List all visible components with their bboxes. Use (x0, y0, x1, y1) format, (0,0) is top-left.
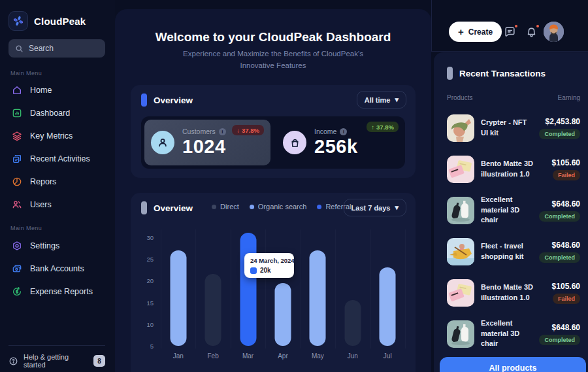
brand[interactable]: CloudPeak (8, 11, 86, 31)
bar-chart: 30 25 20 15 10 5 (141, 229, 405, 364)
stat-label: Income (314, 127, 336, 135)
sidebar-item-users[interactable]: Users (0, 193, 115, 216)
sidebar-item-repors[interactable]: Repors (0, 170, 115, 193)
transaction-row[interactable]: Bento Matte 3D illustration 1.0 $105.60F… (447, 148, 580, 190)
bar-apr[interactable] (274, 283, 291, 346)
card-title: Overview (154, 95, 193, 105)
users-icon (12, 199, 22, 210)
customers-delta-badge: ↓37.8% (232, 125, 264, 135)
bar-jan[interactable] (170, 250, 186, 346)
overview-stats-card: Overview All time ▾ Customersi 1024 ↓37.… (131, 85, 416, 178)
x-tick-label: Jul (370, 352, 405, 360)
main-menu-primary: Home Dashboard Key Metrics Recent Activi… (0, 78, 115, 216)
main-content: Welcome to your CloudPeak Dashboard Expe… (115, 9, 431, 372)
sidebar-item-bank-accounts[interactable]: Bank Accounts (0, 257, 115, 280)
card-accent-pill (141, 201, 147, 214)
tooltip-date: 24 March, 2024 (250, 257, 288, 264)
transaction-row[interactable]: Excellent material 3D chair $648.60Compl… (447, 190, 580, 231)
bar-jun[interactable] (344, 300, 361, 346)
product-thumbnail-brand-cards (447, 279, 474, 307)
product-amount: $105.60 (552, 282, 580, 291)
plot-area: 24 March, 2024 20k (161, 229, 405, 346)
product-title: Bento Matte 3D illustration 1.0 (481, 159, 546, 179)
question-circle-icon (8, 356, 18, 366)
card-accent-pill (141, 93, 147, 107)
sidebar-item-expense-reports[interactable]: Expense Reports (0, 280, 115, 303)
legend-organic-search[interactable]: Organic search (250, 203, 307, 211)
income-value: 256k (314, 136, 358, 158)
help-getting-started[interactable]: Help & getting started 8 (8, 353, 105, 369)
expense-refresh-icon (12, 286, 22, 297)
bar-feb[interactable] (205, 274, 221, 346)
transaction-row[interactable]: Excellent material 3D chair $648.60Compl… (447, 313, 580, 354)
legend-dot (250, 205, 254, 209)
dashboard-icon (12, 108, 22, 118)
sidebar-item-label: Key Metrics (30, 131, 73, 141)
card-title: Overview (154, 203, 193, 213)
transaction-row[interactable]: Bento Matte 3D illustration 1.0 $105.60F… (447, 272, 580, 313)
legend-label: Organic search (258, 203, 307, 211)
y-tick-label: 10 (146, 321, 154, 328)
sidebar-item-dashboard[interactable]: Dashboard (0, 101, 115, 124)
tooltip-swatch (250, 267, 257, 274)
legend-label: Direct (220, 203, 239, 211)
search-input[interactable]: Search (8, 39, 105, 58)
transactions-columns: Products Earning (447, 94, 580, 101)
transaction-row[interactable]: Fleet - travel shopping kit $648.60Compl… (447, 231, 580, 272)
y-tick-label: 15 (146, 299, 154, 307)
product-amount: $105.60 (552, 158, 580, 167)
customers-icon (151, 131, 174, 154)
chart-legend: Direct Organic search Referral (212, 203, 351, 211)
home-icon (12, 85, 22, 95)
product-title: Fleet - travel shopping kit (481, 241, 532, 262)
delta-value: 37.8% (376, 124, 394, 131)
x-tick-label: Mar (231, 352, 265, 360)
sidebar-item-label: Bank Accounts (30, 264, 84, 273)
legend-direct[interactable]: Direct (212, 203, 239, 211)
transactions-list: Crypter - NFT UI kit $2,453.80Completed … (447, 107, 580, 354)
status-badge: Failed (553, 294, 580, 304)
sidebar-item-home[interactable]: Home (0, 78, 115, 101)
cloudpeak-logo-icon (8, 11, 28, 31)
transaction-row[interactable]: Crypter - NFT UI kit $2,453.80Completed (447, 107, 580, 148)
all-products-button[interactable]: All products (440, 357, 586, 372)
bar-may[interactable] (310, 250, 326, 346)
settings-icon (12, 241, 22, 251)
income-delta-badge: ↑37.8% (367, 122, 399, 132)
pinwheel-icon (12, 15, 24, 27)
info-icon[interactable]: i (219, 128, 226, 135)
product-title: Bento Matte 3D illustration 1.0 (481, 282, 546, 303)
product-thumbnail-bottles (447, 320, 474, 348)
sidebar-item-settings[interactable]: Settings (0, 234, 115, 257)
last-7-days-select[interactable]: Last 7 days ▾ (344, 199, 406, 216)
recent-transactions-panel: Recent Transactions Products Earning Cry… (434, 52, 588, 372)
bank-card-icon (12, 263, 22, 274)
create-button[interactable]: + Create (449, 22, 502, 42)
user-avatar[interactable] (544, 22, 564, 42)
bar-mar[interactable] (240, 233, 256, 346)
sidebar-item-recent-activities[interactable]: Recent Activities (0, 147, 115, 170)
sidebar-item-key-metrics[interactable]: Key Metrics (0, 124, 115, 147)
customers-value: 1024 (182, 136, 226, 158)
y-tick-label: 5 (150, 343, 154, 350)
sidebar-item-label: Home (30, 86, 52, 95)
bar-jul[interactable] (380, 267, 396, 346)
y-tick-label: 30 (146, 234, 154, 241)
messages-button[interactable] (504, 25, 517, 39)
arrow-down-icon: ↓ (237, 127, 240, 134)
chevron-down-icon: ▾ (395, 203, 399, 212)
sidebar: CloudPeak Search Main Menu Home Dashboar… (0, 0, 115, 372)
all-time-select[interactable]: All time ▾ (357, 91, 406, 109)
income-stat-card[interactable]: Incomei 256k ↑37.8% (274, 116, 405, 169)
info-icon[interactable]: i (340, 128, 347, 135)
product-amount: $648.60 (552, 241, 580, 250)
menu-section-label: Main Menu (0, 225, 52, 231)
x-tick-label: Apr (265, 352, 300, 360)
customers-stat-card[interactable]: Customersi 1024 ↓37.8% (144, 120, 270, 165)
product-thumbnail-bottles (447, 197, 474, 224)
sidebar-item-label: Settings (30, 241, 59, 250)
notifications-button[interactable] (525, 25, 538, 39)
card-accent-pill (447, 67, 453, 80)
product-title: Excellent material 3D chair (481, 195, 532, 225)
help-count-badge: 8 (93, 355, 105, 367)
